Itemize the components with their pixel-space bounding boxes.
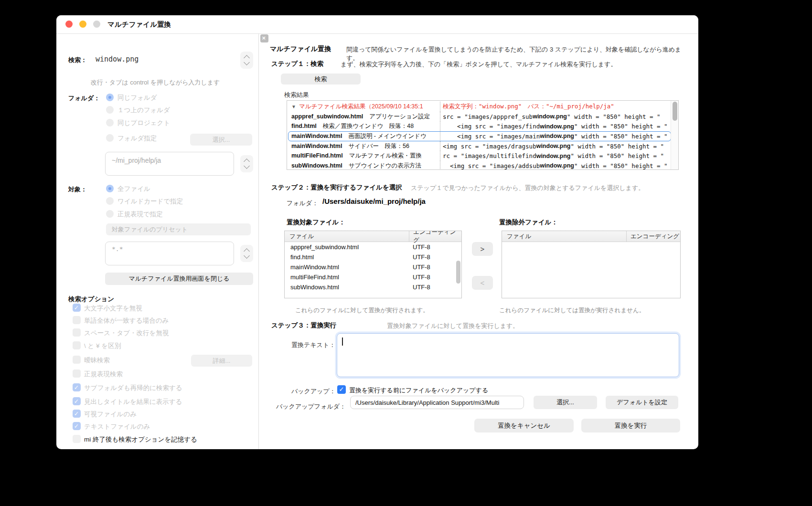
search-execute-button[interactable]: 検索 bbox=[281, 74, 361, 84]
search-results-table[interactable]: ▼マルチファイル検索結果（2025/09/10 14:35:1 検索文字列："w… bbox=[287, 100, 679, 170]
radio-specify-folder[interactable] bbox=[106, 134, 114, 142]
radio-parent-folder[interactable] bbox=[106, 106, 114, 114]
checkbox-ignore-whitespace-label: スペース・タブ・改行を無視 bbox=[84, 329, 169, 337]
checkbox-ignore-case-label: 大文字小文字を無視 bbox=[84, 304, 142, 313]
multi-file-replace-window: マルチファイル置換 検索： window.png 改行・タブは control … bbox=[56, 15, 698, 449]
checkbox-fuzzy-search[interactable] bbox=[73, 356, 81, 364]
execute-replace-button[interactable]: 置換を実行 bbox=[581, 419, 680, 432]
wildcard-value: *.* bbox=[106, 242, 234, 253]
search-input[interactable]: window.png bbox=[96, 55, 139, 63]
backup-folder-select-button[interactable]: 選択... bbox=[534, 396, 597, 409]
panel-title: マルチファイル置換 bbox=[270, 45, 331, 53]
checkbox-text-files-only[interactable] bbox=[73, 422, 81, 430]
result-row[interactable]: mainWindow.htmlサイドバー 段落：56 <img src = "i… bbox=[287, 141, 671, 151]
encoding-column-header[interactable]: エンコーディング bbox=[626, 231, 680, 242]
include-table-header[interactable]: ファイル エンコーディング bbox=[285, 231, 461, 242]
radio-wildcard[interactable] bbox=[106, 197, 114, 205]
wildcard-field[interactable]: *.* bbox=[105, 242, 234, 265]
results-header-left: マルチファイル検索結果（2025/09/10 14:35:1 bbox=[299, 103, 423, 110]
backup-label: バックアップ： bbox=[291, 387, 336, 396]
include-file-row[interactable]: mainWindow.htmlUTF-8 bbox=[285, 262, 461, 272]
radio-same-project[interactable] bbox=[106, 119, 114, 126]
checkbox-backup[interactable] bbox=[337, 385, 346, 394]
encoding-column-header[interactable]: エンコーディング bbox=[409, 231, 461, 242]
file-column-header[interactable]: ファイル bbox=[502, 232, 626, 241]
exclude-files-table[interactable]: ファイル エンコーディング bbox=[502, 231, 681, 298]
radio-regex-files[interactable] bbox=[106, 210, 114, 218]
close-icon: × bbox=[262, 34, 266, 42]
checkbox-distinguish-backslash[interactable] bbox=[73, 341, 81, 349]
radio-same-folder-label: 同じフォルダ bbox=[118, 94, 157, 102]
exclude-table-header[interactable]: ファイル エンコーディング bbox=[502, 231, 680, 242]
scrollbar-thumb[interactable] bbox=[673, 102, 677, 121]
result-row[interactable]: subWindows.htmlサブウインドウの表示方法 <img src = "… bbox=[287, 161, 671, 170]
radio-parent-folder-label: １つ上のフォルダ bbox=[118, 106, 170, 115]
radio-all-files-label: 全ファイル bbox=[118, 185, 150, 193]
scrollbar-thumb[interactable] bbox=[456, 261, 460, 284]
file-column-header[interactable]: ファイル bbox=[285, 232, 409, 241]
target-preset-placeholder: 対象ファイルのプリセット bbox=[106, 223, 251, 234]
move-to-exclude-button[interactable]: > bbox=[472, 242, 493, 256]
target-label: 対象： bbox=[68, 185, 87, 194]
chevron-down-icon bbox=[244, 59, 250, 65]
checkbox-backup-label: 置換を実行する前にファイルをバックアップする bbox=[349, 386, 488, 395]
results-header-row[interactable]: ▼マルチファイル検索結果（2025/09/10 14:35:1 検索文字列："w… bbox=[287, 102, 671, 112]
fuzzy-detail-button[interactable]: 詳細... bbox=[191, 355, 252, 367]
cancel-replace-button[interactable]: 置換をキャンセル bbox=[474, 419, 574, 432]
checkbox-distinguish-backslash-label: \ と ¥ を区別 bbox=[84, 342, 121, 350]
step3-description: 置換対象ファイルに対して置換を実行します。 bbox=[387, 322, 519, 330]
checkbox-recursive-subfolders[interactable] bbox=[73, 383, 81, 391]
checkbox-visible-files-only-label: 可視ファイルのみ bbox=[84, 410, 137, 419]
checkbox-whole-word-label: 単語全体が一致する場合のみ bbox=[84, 316, 169, 325]
checkbox-visible-files-only[interactable] bbox=[73, 410, 81, 418]
result-row[interactable]: apppref_subwindow.htmlアプリケーション設定 src = "… bbox=[287, 112, 671, 122]
step2-folder-value: /Users/daisuke/mi_proj/help/ja bbox=[322, 197, 426, 205]
replace-text-area[interactable] bbox=[337, 333, 679, 377]
folder-select-button[interactable]: 選択... bbox=[190, 134, 252, 146]
disclosure-triangle-icon[interactable]: ▼ bbox=[291, 104, 296, 109]
checkbox-show-heading-titles[interactable] bbox=[73, 397, 81, 405]
target-preset-dropdown[interactable]: 対象ファイルのプリセット bbox=[106, 223, 251, 235]
close-replace-screen-button[interactable]: マルチファイル置換用画面を閉じる bbox=[105, 273, 253, 285]
search-results-label: 検索結果 bbox=[284, 91, 309, 99]
folder-path-value: ~/mi_proj/help/ja bbox=[106, 152, 234, 164]
result-row[interactable]: find.html検索／置換ウインドウ 段落：48 <img src = "im… bbox=[287, 121, 671, 131]
chevron-down-icon bbox=[244, 253, 250, 259]
set-default-button[interactable]: デフォルトを設定 bbox=[606, 396, 678, 409]
close-panel-button[interactable]: × bbox=[260, 34, 268, 42]
include-caption: これらのファイルに対して置換が実行されます。 bbox=[295, 306, 429, 315]
folder-path-stepper[interactable] bbox=[240, 155, 253, 172]
result-row-selected[interactable]: mainWindow.html画面説明 - メインウインドウ <img src … bbox=[287, 131, 671, 141]
radio-wildcard-label: ワイルドカードで指定 bbox=[118, 197, 183, 206]
checkbox-recursive-subfolders-label: サブフォルダも再帰的に検索する bbox=[84, 384, 182, 392]
checkbox-regex-search[interactable] bbox=[73, 369, 81, 378]
step2-description: ステップ１で見つかったファイルから、置換の対象とするファイルを選択します。 bbox=[411, 184, 644, 192]
move-to-include-button[interactable]: < bbox=[472, 276, 493, 290]
checkbox-ignore-case[interactable] bbox=[73, 304, 81, 312]
checkbox-show-heading-titles-label: 見出しタイトルを結果に表示する bbox=[84, 398, 182, 406]
search-hint: 改行・タブは control を押しながら入力します bbox=[86, 78, 224, 87]
include-file-row[interactable]: find.htmlUTF-8 bbox=[285, 252, 461, 262]
backup-folder-value: /Users/daisuke/Library/Application Suppo… bbox=[351, 396, 524, 406]
checkbox-ignore-whitespace[interactable] bbox=[73, 328, 81, 337]
wildcard-stepper[interactable] bbox=[240, 245, 253, 262]
checkbox-remember-options[interactable] bbox=[73, 435, 81, 443]
close-window-button[interactable] bbox=[65, 21, 73, 28]
search-history-stepper[interactable] bbox=[240, 52, 253, 69]
minimize-window-button[interactable] bbox=[79, 21, 86, 28]
include-file-row[interactable]: multiFileFind.htmlUTF-8 bbox=[285, 272, 461, 282]
include-files-label: 置換対象ファイル： bbox=[287, 218, 345, 227]
folder-path-field[interactable]: ~/mi_proj/help/ja bbox=[105, 152, 234, 176]
checkbox-whole-word[interactable] bbox=[73, 316, 81, 324]
radio-same-folder[interactable] bbox=[106, 94, 114, 101]
radio-all-files[interactable] bbox=[106, 185, 114, 192]
include-file-row[interactable]: subWindows.htmlUTF-8 bbox=[285, 282, 461, 292]
chevron-down-icon bbox=[244, 163, 250, 169]
result-row[interactable]: multiFileFind.htmlマルチファイル検索・置換 rc = "ima… bbox=[287, 151, 671, 161]
folder-label: フォルダ： bbox=[68, 94, 100, 103]
search-options-header: 検索オプション bbox=[68, 295, 114, 304]
checkbox-remember-options-label: mi 終了後も検索オプションを記憶する bbox=[84, 435, 197, 444]
backup-folder-field[interactable]: /Users/daisuke/Library/Application Suppo… bbox=[350, 396, 524, 409]
include-files-table[interactable]: ファイル エンコーディング apppref_subwindow.htmlUTF-… bbox=[284, 231, 462, 298]
results-scrollbar[interactable] bbox=[671, 101, 678, 169]
